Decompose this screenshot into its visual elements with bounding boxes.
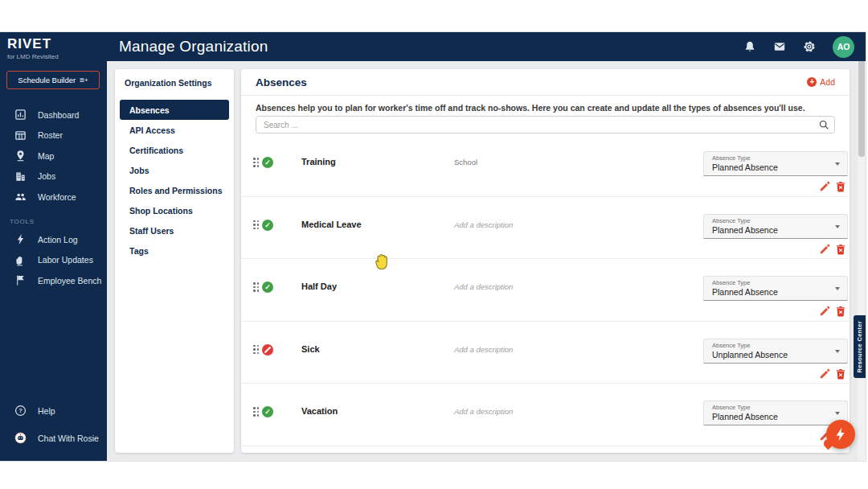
sidebar-item-label: Action Log: [38, 235, 78, 244]
sidebar-item-map[interactable]: Map: [0, 146, 107, 166]
sidebar: RIVET for LMD Revisited Schedule Builder…: [0, 32, 107, 461]
map-pin-icon: [14, 150, 27, 162]
resource-center-label: Resource Center: [856, 321, 863, 373]
sidebar-item-label: Labor Updates: [38, 255, 93, 265]
settings-panel-title: Organization Settings: [115, 78, 234, 88]
absence-type-label: Absence Type: [712, 342, 750, 349]
brand-name: RIVET: [7, 36, 59, 52]
sidebar-item-help[interactable]: ? Help: [0, 401, 107, 421]
settings-item-api-access[interactable]: API Access: [120, 120, 229, 140]
absence-row-vacation: Vacation Add a description Absence Type …: [241, 384, 850, 446]
absence-description-field[interactable]: Add a description: [454, 282, 513, 291]
flag-icon: [14, 274, 27, 286]
settings-item-certifications[interactable]: Certifications: [120, 140, 229, 160]
sidebar-item-label: Roster: [38, 130, 63, 140]
edit-pencil-icon[interactable]: [819, 368, 830, 380]
tools-section-label: TOOLS: [10, 218, 35, 225]
edit-pencil-icon[interactable]: [819, 244, 830, 255]
scrollbar-track[interactable]: [858, 32, 866, 461]
absence-type-select[interactable]: Absence Type Planned Absence: [703, 401, 848, 425]
delete-trash-icon[interactable]: [835, 181, 846, 192]
delete-trash-icon[interactable]: [835, 306, 846, 317]
edit-pencil-icon[interactable]: [819, 181, 830, 192]
resource-center-tab[interactable]: Resource Center: [854, 315, 866, 378]
schedule-builder-button[interactable]: Schedule Builder ≡+: [6, 71, 100, 89]
sidebar-item-label: Workforce: [38, 192, 76, 202]
dashboard-icon: [14, 109, 27, 121]
row-actions: [819, 181, 846, 192]
settings-item-shop-locations[interactable]: Shop Locations: [120, 200, 229, 220]
lightning-bolt-icon: [14, 233, 27, 245]
sidebar-item-jobs[interactable]: Jobs: [0, 166, 107, 187]
sidebar-nav: Dashboard Roster Map Jobs Workforce: [0, 105, 107, 208]
drag-handle-icon[interactable]: [253, 407, 259, 417]
sidebar-item-dashboard[interactable]: Dashboard: [0, 105, 107, 125]
absence-description-field[interactable]: Add a description: [454, 345, 513, 354]
absence-name[interactable]: Training: [301, 157, 336, 166]
chevron-down-icon: [835, 225, 840, 228]
scrollbar-thumb[interactable]: [858, 56, 865, 157]
avatar[interactable]: AO: [833, 36, 854, 58]
bell-icon[interactable]: [743, 40, 756, 53]
add-absence-button[interactable]: + Add: [807, 77, 835, 87]
top-bar: Manage Organization AO: [0, 32, 866, 61]
check-circle-icon: [262, 281, 273, 293]
search-input[interactable]: [256, 116, 835, 134]
add-label: Add: [820, 77, 835, 87]
sidebar-item-workforce[interactable]: Workforce: [0, 187, 107, 208]
drag-handle-icon[interactable]: [253, 158, 259, 167]
absences-header: Absences + Add: [256, 69, 835, 95]
absence-description-field[interactable]: School: [454, 158, 477, 166]
sidebar-item-action-log[interactable]: Action Log: [0, 229, 107, 250]
app-window: Manage Organization AO RIVET for LMD Rev…: [0, 32, 866, 461]
check-circle-icon: [262, 157, 273, 168]
absence-row-sick: Sick Add a description Absence Type Unpl…: [241, 322, 850, 384]
labor-updates-icon: [14, 254, 27, 266]
absence-type-value: Planned Absence: [712, 225, 778, 235]
gear-icon[interactable]: [803, 40, 816, 53]
absence-description-field[interactable]: Add a description: [454, 407, 513, 416]
absence-name[interactable]: Sick: [301, 344, 320, 354]
brand-logo: RIVET for LMD Revisited: [7, 36, 59, 60]
absence-name[interactable]: Medical Leave: [301, 220, 362, 229]
mail-icon[interactable]: [773, 40, 786, 53]
sidebar-item-employee-bench[interactable]: Employee Bench: [0, 270, 107, 291]
absence-name[interactable]: Half Day: [301, 281, 337, 291]
sidebar-item-label: Map: [38, 151, 54, 161]
search-icon: [818, 119, 829, 130]
topbar-actions: AO: [743, 32, 854, 61]
sidebar-item-label: Jobs: [38, 171, 55, 181]
absence-type-select[interactable]: Absence Type Planned Absence: [703, 214, 848, 239]
workforce-people-icon: [14, 191, 27, 203]
settings-item-tags[interactable]: Tags: [120, 240, 229, 261]
header-divider: [241, 95, 850, 96]
sidebar-item-roster[interactable]: Roster: [0, 125, 107, 146]
row-actions: [819, 306, 846, 317]
edit-pencil-icon[interactable]: [819, 306, 830, 317]
settings-item-roles-and-permissions[interactable]: Roles and Permissions: [120, 180, 229, 200]
drag-handle-icon[interactable]: [253, 220, 259, 230]
chevron-down-icon: [835, 162, 840, 166]
absence-row-training: Training School Absence Type Planned Abs…: [241, 134, 850, 197]
drag-handle-icon[interactable]: [253, 345, 259, 355]
quick-actions-fab[interactable]: [826, 420, 855, 449]
search-bar: [256, 116, 835, 134]
absences-description: Absences help you to plan for worker's t…: [256, 103, 835, 113]
absence-row-half-day: Half Day Add a description Absence Type …: [241, 259, 850, 322]
settings-item-absences[interactable]: Absences: [120, 100, 229, 120]
sidebar-item-chat-with-rosie[interactable]: Chat With Rosie: [0, 428, 107, 449]
delete-trash-icon[interactable]: [835, 368, 846, 380]
absence-description-field[interactable]: Add a description: [454, 220, 513, 229]
delete-trash-icon[interactable]: [835, 244, 846, 255]
roster-icon: [14, 129, 27, 142]
sidebar-item-labor-updates[interactable]: Labor Updates: [0, 250, 107, 271]
absence-name[interactable]: Vacation: [301, 406, 338, 416]
absence-type-select[interactable]: Absence Type Unplanned Absence: [703, 339, 848, 364]
settings-item-staff-users[interactable]: Staff Users: [120, 220, 229, 240]
jobs-building-icon: [14, 171, 27, 183]
absence-type-select[interactable]: Absence Type Planned Absence: [703, 151, 848, 176]
absence-type-select[interactable]: Absence Type Planned Absence: [703, 276, 848, 301]
rosie-robot-icon: [14, 432, 27, 444]
drag-handle-icon[interactable]: [253, 282, 259, 292]
settings-item-jobs[interactable]: Jobs: [120, 160, 229, 180]
